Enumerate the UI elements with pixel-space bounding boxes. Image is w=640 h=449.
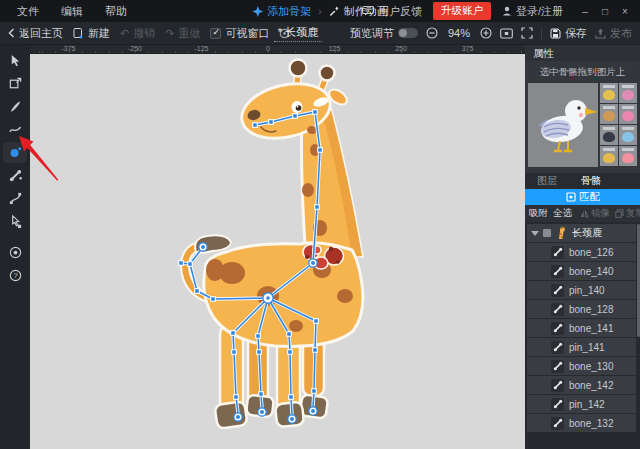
path-tool[interactable] [3,188,27,209]
zoom-out-button[interactable] [426,27,438,39]
document-tab[interactable]: * 长颈鹿 [274,24,322,42]
select-all-button[interactable]: 全选 [552,207,573,220]
bone-list-item[interactable]: bone_141 [527,319,636,337]
copy-button[interactable]: 复制 [614,207,640,220]
ruler-number: -375 [61,45,75,52]
bone-rows: bone_126 bone_140 pin_140 [527,243,636,432]
bone-list-item[interactable]: bone_130 [527,357,636,375]
skeleton-thumb-penguin[interactable] [600,125,618,145]
skeleton-thumb-bird[interactable] [619,125,637,145]
minimize-button[interactable]: – [576,6,594,17]
bone-list-item[interactable]: bone_128 [527,300,636,318]
thumb-artwork [603,90,615,100]
skeleton-template-grid [600,83,637,167]
publish-button[interactable]: 发布 [595,26,632,41]
transform-tool[interactable] [3,73,27,94]
skeleton-hint-text: 选中骨骼拖到图片上 [525,61,640,83]
canvas-area: -375-250-1250125250375 [30,45,525,449]
ruler-number: 0 [266,45,270,52]
expand-caret-icon[interactable] [531,231,539,236]
help-tool[interactable]: ? [3,265,27,286]
canvas-artwork [30,54,525,449]
bone-name-label: bone_130 [569,361,614,372]
thumb-label-strip [603,106,615,109]
menu-item[interactable]: 文件 [6,4,50,19]
pin-dot-icon [8,145,23,160]
match-button[interactable]: 匹配 [525,189,640,205]
mirror-button[interactable]: 镜像 [579,207,611,220]
skeleton-thumb-seahorse[interactable] [619,104,637,124]
bone-icon [551,322,564,335]
bone-name-label: bone_142 [569,380,614,391]
step-add-skeleton[interactable]: 添加骨架 [252,4,311,19]
menu-item[interactable]: 帮助 [94,4,138,19]
toolbar-divider [541,27,542,40]
bone-name-label: bone_128 [569,304,614,315]
maximize-button[interactable]: □ [596,6,614,17]
visible-window-checkbox[interactable]: 可视窗口 [210,26,269,41]
preview-adjust-toggle[interactable]: 预览调节 [350,26,418,41]
thumb-artwork [622,153,634,163]
bone-list-item[interactable]: pin_140 [527,281,636,299]
bone-actions-row: 吸附 全选 镜像 复制 删除 [525,205,640,222]
root-checkbox[interactable] [543,229,551,237]
tab-layers[interactable]: 图层 [525,174,569,188]
bone-icon [8,168,23,183]
select-tool[interactable] [3,50,27,71]
skeleton-thumb-dog[interactable] [600,146,618,166]
skeleton-thumb-snail[interactable] [619,83,637,103]
bone-tree-root-row[interactable]: 长颈鹿 [527,224,636,242]
bone-list-item[interactable]: bone_142 [527,376,636,394]
upgrade-account-button[interactable]: 升级账户 [433,2,491,20]
bone-icon [551,398,564,411]
pin-tool[interactable] [3,142,27,163]
bone-name-label: bone_140 [569,266,614,277]
bone-list-item[interactable]: pin_141 [527,338,636,356]
node-select-tool[interactable] [3,211,27,232]
close-button[interactable]: × [616,6,634,17]
bone-icon [551,284,564,297]
new-project-button[interactable]: 新建 [73,26,110,41]
toggle-switch-icon [398,28,418,38]
wand-icon [329,6,340,17]
skeleton-thumb-banana[interactable] [600,83,618,103]
skeleton-preview-image[interactable] [528,83,598,167]
bone-tool[interactable] [3,165,27,186]
zoom-in-button[interactable] [480,27,492,39]
login-register-button[interactable]: 登录/注册 [502,4,563,19]
fullscreen-button[interactable] [521,27,533,39]
canvas-stage[interactable] [30,54,525,449]
horizontal-ruler: -375-250-1250125250375 [30,45,525,54]
bone-icon [551,246,564,259]
zoom-level[interactable]: 94% [446,27,472,39]
skeleton-thumb-flamingo[interactable] [619,146,637,166]
menu-item[interactable]: 编辑 [50,4,94,19]
fit-screen-button[interactable] [500,28,513,39]
thumb-label-strip [622,85,634,88]
tab-bones[interactable]: 骨骼 [569,174,613,188]
thumb-label-strip [603,127,615,130]
skeleton-thumb-rocking-horse[interactable] [600,104,618,124]
bone-list-item[interactable]: bone_140 [527,262,636,280]
bone-name-label: pin_141 [569,342,605,353]
snap-button[interactable]: 吸附 [528,207,549,220]
brush-tool[interactable] [3,96,27,117]
bone-name-label: bone_132 [569,418,614,429]
eye-icon [8,245,23,260]
curve-tool[interactable] [3,119,27,140]
thumb-label-strip [622,106,634,109]
back-home-button[interactable]: 返回主页 [8,26,63,41]
bone-list-item[interactable]: bone_132 [527,414,636,432]
workflow-steps: 添加骨架 › 制作动画 [252,4,387,19]
bone-list-item[interactable]: pin_142 [527,395,636,413]
toolbar: 返回主页 新建 ↶ 撤销 ↷ 重做 可视窗口 * 长颈鹿 预览调节 94% [0,22,640,45]
bone-name-label: bone_126 [569,247,614,258]
undo-button[interactable]: ↶ 撤销 [120,26,155,41]
preview-eye-tool[interactable] [3,242,27,263]
save-button[interactable]: 保存 [550,26,587,41]
redo-button[interactable]: ↷ 重做 [165,26,200,41]
step-make-animation[interactable]: 制作动画 [329,4,388,19]
bone-icon [551,417,564,430]
bone-list-item[interactable]: bone_126 [527,243,636,261]
help-icon: ? [8,268,23,283]
